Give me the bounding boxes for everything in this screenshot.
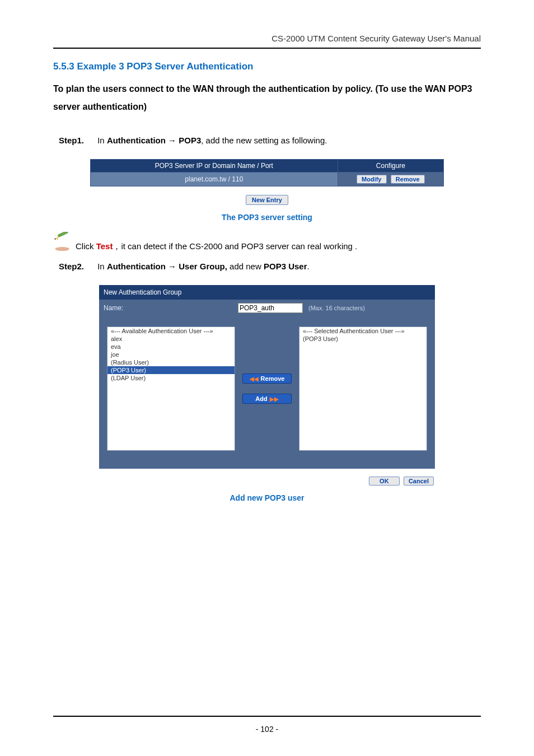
step2-prefix: In xyxy=(97,262,107,271)
available-listbox[interactable]: «--- Available Authentication User ---»a… xyxy=(107,326,235,451)
add-transfer-button[interactable]: Add ▶▶ xyxy=(242,394,292,404)
step1-path-b: POP3 xyxy=(179,136,201,145)
doc-header: CS-2000 UTM Content Security Gateway Use… xyxy=(53,34,481,49)
available-header: «--- Available Authentication User ---» xyxy=(107,327,235,335)
pop3-col1-header: POP3 Server IP or Domain Name / Port xyxy=(91,160,338,172)
note-text: Click Test，it can detect if the CS-2000 … xyxy=(76,241,357,252)
ok-button[interactable]: OK xyxy=(369,477,400,486)
svg-rect-1 xyxy=(57,232,68,237)
name-hint: (Max. 16 characters) xyxy=(308,305,365,311)
step2-text: In Authentication → User Group, add new … xyxy=(97,262,309,271)
transfer-panel: «--- Available Authentication User ---»a… xyxy=(99,316,435,461)
new-entry-button[interactable]: New Entry xyxy=(246,195,288,205)
pop3-table: POP3 Server IP or Domain Name / Port Con… xyxy=(90,159,444,186)
step1-arrow: → xyxy=(166,136,179,145)
step2-row: Step2. In Authentication → User Group, a… xyxy=(59,259,481,274)
step1-path-a: Authentication xyxy=(107,136,166,145)
available-option[interactable]: alex xyxy=(107,335,235,343)
panel-title: New Authentication Group xyxy=(99,285,435,300)
available-option[interactable]: eva xyxy=(107,343,235,351)
pop3-caption: The POP3 server setting xyxy=(90,213,444,222)
section-heading: 5.5.3 Example 3 POP3 Server Authenticati… xyxy=(53,61,481,72)
panel-footer-bar xyxy=(99,461,435,469)
page-number: - 102 - xyxy=(0,725,534,734)
step2-label: Step2. xyxy=(59,262,84,271)
cancel-button[interactable]: Cancel xyxy=(404,477,434,486)
selected-listbox[interactable]: «--- Selected Authentication User ---»(P… xyxy=(299,326,427,451)
step1-text: In Authentication → POP3, add the new se… xyxy=(97,136,327,145)
svg-point-3 xyxy=(54,238,55,239)
remove-button[interactable]: Remove xyxy=(391,175,425,184)
intro-paragraph: To plan the users connect to the WAN thr… xyxy=(53,80,481,116)
auth-group-caption: Add new POP3 user xyxy=(99,493,435,502)
remove-transfer-button[interactable]: ◀◀ Remove xyxy=(242,374,292,384)
step1-label: Step1. xyxy=(59,136,84,145)
available-option[interactable]: (POP3 User) xyxy=(107,366,235,374)
modify-button[interactable]: Modify xyxy=(357,175,386,184)
name-row: Name: (Max. 16 characters) xyxy=(99,300,435,316)
step1-row: Step1. In Authentication → POP3, add the… xyxy=(59,133,481,148)
available-option[interactable]: (Radius User) xyxy=(107,358,235,366)
step2-arrow: → xyxy=(166,262,179,271)
pop3-col2-header: Configure xyxy=(338,160,443,172)
step1-suffix: , add the new setting as following. xyxy=(201,136,327,145)
note-pre: Click xyxy=(76,241,96,251)
step1-prefix: In xyxy=(97,136,107,145)
step2-suffix: . xyxy=(307,262,310,271)
pencil-icon xyxy=(53,232,73,252)
svg-point-0 xyxy=(55,247,69,251)
remove-btn-label: Remove xyxy=(261,375,285,382)
pop3-row-value: planet.com.tw / 110 xyxy=(91,172,338,186)
step2-path-a: Authentication xyxy=(107,262,166,271)
available-option[interactable]: joe xyxy=(107,351,235,358)
name-input[interactable] xyxy=(238,303,303,313)
selected-option[interactable]: (POP3 User) xyxy=(299,335,427,343)
add-btn-label: Add xyxy=(255,395,267,402)
auth-group-screenshot: New Authentication Group Name: (Max. 16 … xyxy=(99,285,435,502)
available-option[interactable]: (LDAP User) xyxy=(107,374,235,382)
name-label: Name: xyxy=(104,304,232,312)
step2-path-c: POP3 User xyxy=(264,262,307,271)
note-row: Click Test，it can detect if the CS-2000 … xyxy=(53,232,481,252)
selected-header: «--- Selected Authentication User ---» xyxy=(299,327,427,335)
footer-rule xyxy=(53,716,481,717)
pop3-server-screenshot: POP3 Server IP or Domain Name / Port Con… xyxy=(90,159,444,222)
arrow-right-icon: ▶▶ xyxy=(270,396,279,402)
note-test: Test xyxy=(96,241,113,251)
step2-mid: add new xyxy=(227,262,264,271)
arrow-left-icon: ◀◀ xyxy=(250,376,259,382)
step2-path-b: User Group, xyxy=(179,262,227,271)
note-post: ，it can detect if the CS-2000 and POP3 s… xyxy=(113,241,357,251)
